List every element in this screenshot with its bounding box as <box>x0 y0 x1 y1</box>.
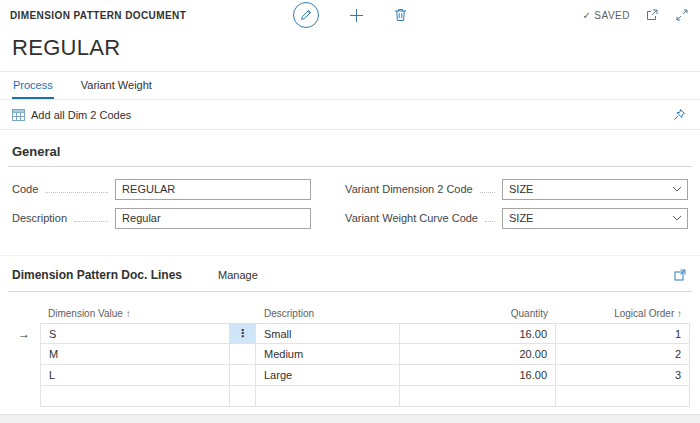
dotted-leader <box>485 221 495 222</box>
row-selector-cell[interactable]: → <box>8 323 40 344</box>
cell-description[interactable] <box>256 386 400 407</box>
cell-quantity[interactable] <box>400 386 556 407</box>
edit-button[interactable] <box>291 0 321 30</box>
save-status: ✓ SAVED <box>582 10 630 21</box>
row-selector-cell[interactable] <box>8 365 40 386</box>
code-input[interactable] <box>115 179 311 200</box>
cell-dimension-value[interactable]: M <box>40 344 230 365</box>
new-button[interactable] <box>347 6 366 25</box>
column-header-quantity[interactable]: Quantity <box>400 308 556 319</box>
code-label: Code <box>12 183 38 195</box>
cell-logical-order[interactable]: 2 <box>556 344 690 365</box>
command-bar: DIMENSION PATTERN DOCUMENT ✓ SA <box>0 0 700 30</box>
lines-part-header: Dimension Pattern Doc. Lines Manage <box>8 256 692 292</box>
manage-button[interactable]: Manage <box>218 269 258 281</box>
focus-mode-button[interactable] <box>674 7 690 23</box>
lines-part-title: Dimension Pattern Doc. Lines <box>12 268 182 282</box>
cell-quantity[interactable]: 16.00 <box>400 365 556 386</box>
table-body: → S ⋮ Small 16.00 1 M Medium 20.00 2 L L… <box>8 323 692 407</box>
field-description: Description <box>12 207 311 229</box>
check-icon: ✓ <box>582 10 591 21</box>
cell-dimension-value[interactable]: S <box>40 323 230 344</box>
column-header-dimension-value[interactable]: Dimension Value ↑ <box>40 308 230 319</box>
page-caption: DIMENSION PATTERN DOCUMENT <box>10 10 186 21</box>
table-row <box>8 386 692 407</box>
tab-process[interactable]: Process <box>12 72 54 99</box>
field-code: Code <box>12 178 311 200</box>
row-selector-cell[interactable] <box>8 386 40 407</box>
table-row: → S ⋮ Small 16.00 1 <box>8 323 692 344</box>
tab-variant-weight[interactable]: Variant Weight <box>80 72 153 99</box>
plus-icon <box>349 8 364 23</box>
general-section-title: General <box>8 143 692 167</box>
dotted-leader <box>74 221 108 222</box>
cell-dimension-value[interactable] <box>40 386 230 407</box>
menu-bar: Process Variant Weight <box>0 72 700 99</box>
open-part-button[interactable] <box>672 267 688 283</box>
pin-button[interactable] <box>671 106 688 123</box>
variant-weight-curve-code-select[interactable] <box>502 208 688 229</box>
field-variant-dimension-2-code: Variant Dimension 2 Code <box>345 178 688 200</box>
bottom-bar <box>0 414 700 423</box>
delete-button[interactable] <box>392 6 409 24</box>
row-menu-cell[interactable]: ⋮ <box>230 323 256 344</box>
page: DIMENSION PATTERN DOCUMENT ✓ SA <box>0 0 700 423</box>
add-all-dim2-codes-label: Add all Dim 2 Codes <box>31 109 131 121</box>
cell-dimension-value[interactable]: L <box>40 365 230 386</box>
save-status-label: SAVED <box>594 10 630 21</box>
divider <box>0 129 700 130</box>
row-selector-cell[interactable] <box>8 344 40 365</box>
action-bar: Add all Dim 2 Codes <box>0 100 700 129</box>
grid-icon <box>12 109 25 121</box>
cell-description[interactable]: Small <box>256 323 400 344</box>
column-header-description[interactable]: Description <box>256 308 400 319</box>
cell-description[interactable]: Large <box>256 365 400 386</box>
variant-dimension-2-code-select[interactable] <box>502 179 688 200</box>
description-label: Description <box>12 212 67 224</box>
popout-icon <box>646 9 658 21</box>
open-in-new-window-button[interactable] <box>644 7 660 23</box>
pin-icon <box>673 108 686 121</box>
column-header-logical-order[interactable]: Logical Order ↑ <box>556 308 690 319</box>
table-row: L Large 16.00 3 <box>8 365 692 386</box>
lines-table: Dimension Value ↑ Description Quantity L… <box>8 303 692 407</box>
cell-description[interactable]: Medium <box>256 344 400 365</box>
variant-weight-curve-code-label: Variant Weight Curve Code <box>345 212 478 224</box>
row-menu-cell[interactable] <box>230 386 256 407</box>
row-selector-arrow-icon: → <box>18 327 30 341</box>
dotted-leader <box>480 192 495 193</box>
row-menu-cell[interactable] <box>230 365 256 386</box>
cell-logical-order[interactable] <box>556 386 690 407</box>
field-variant-weight-curve-code: Variant Weight Curve Code <box>345 207 688 229</box>
pencil-icon <box>293 2 319 28</box>
table-header: Dimension Value ↑ Description Quantity L… <box>8 303 692 323</box>
general-fields: Code Variant Dimension 2 Code Descriptio… <box>8 178 692 229</box>
row-menu-cell[interactable] <box>230 344 256 365</box>
cell-logical-order[interactable]: 3 <box>556 365 690 386</box>
window-controls: ✓ SAVED <box>582 7 690 23</box>
cell-quantity[interactable]: 16.00 <box>400 323 556 344</box>
trash-icon <box>394 8 407 22</box>
popout-icon <box>674 269 686 281</box>
description-input[interactable] <box>115 208 311 229</box>
resize-arrows-icon <box>676 9 688 21</box>
variant-dimension-2-code-label: Variant Dimension 2 Code <box>345 183 473 195</box>
add-all-dim2-codes-button[interactable]: Add all Dim 2 Codes <box>12 109 131 121</box>
dotted-leader <box>45 192 108 193</box>
lines-part: Dimension Pattern Doc. Lines Manage Dime… <box>0 255 700 407</box>
page-title: REGULAR <box>0 30 700 71</box>
general-fasttab: General Code Variant Dimension 2 Code <box>8 143 692 229</box>
cell-logical-order[interactable]: 1 <box>556 323 690 344</box>
table-row: M Medium 20.00 2 <box>8 344 692 365</box>
cell-quantity[interactable]: 20.00 <box>400 344 556 365</box>
